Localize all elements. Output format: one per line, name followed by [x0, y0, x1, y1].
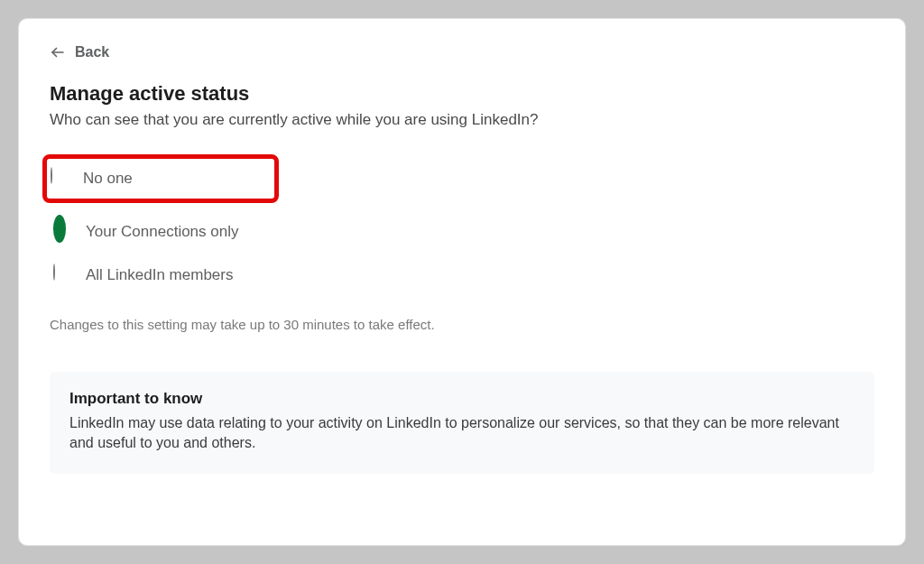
page-subtitle: Who can see that you are currently activ… — [50, 111, 874, 129]
option-label: No one — [83, 170, 133, 188]
option-all-members[interactable]: All LinkedIn members — [50, 254, 874, 297]
back-button[interactable]: Back — [50, 44, 874, 60]
option-connections[interactable]: Your Connections only — [50, 210, 874, 254]
option-label: All LinkedIn members — [86, 266, 233, 284]
settings-note: Changes to this setting may take up to 3… — [50, 317, 874, 332]
info-title: Important to know — [69, 390, 855, 408]
option-no-one[interactable]: No one — [42, 154, 279, 203]
info-panel: Important to know LinkedIn may use data … — [50, 372, 874, 474]
settings-card: Back Manage active status Who can see th… — [18, 18, 906, 546]
option-label: Your Connections only — [86, 223, 239, 241]
info-text: LinkedIn may use data relating to your a… — [69, 413, 855, 454]
arrow-left-icon — [50, 44, 66, 60]
radio-group: No one Your Connections only All LinkedI… — [50, 154, 874, 297]
page-title: Manage active status — [50, 82, 874, 106]
radio-icon — [53, 264, 75, 286]
radio-icon-selected — [53, 221, 75, 243]
radio-icon — [51, 168, 72, 190]
back-label: Back — [75, 44, 109, 60]
